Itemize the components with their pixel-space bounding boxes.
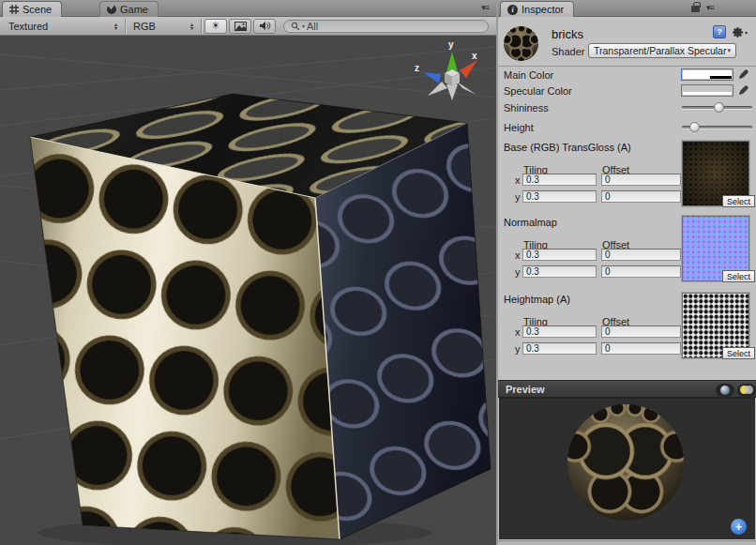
chevron-down-icon: ▾ [727, 47, 731, 54]
gizmo-x-cone[interactable] [460, 60, 477, 78]
shader-value: Transparent/Parallax Specular [594, 45, 726, 56]
specular-color-label: Specular Color [504, 85, 572, 97]
inspector-panel: i Inspector ▾≡ bricks Shader Transparent… [498, 0, 756, 545]
normal-offset-y-input[interactable] [601, 265, 681, 278]
scene-skybox-toggle[interactable] [229, 19, 251, 34]
tab-game[interactable]: Game [99, 1, 159, 17]
gizmo-y-label: y [448, 39, 454, 50]
gizmo-neg-z-cone[interactable] [428, 82, 447, 96]
eyedropper-icon[interactable] [737, 68, 749, 80]
normal-tiling-x-input[interactable] [522, 249, 597, 261]
base-tiling-x-input[interactable] [522, 174, 597, 186]
heightmap-offset-y-input[interactable] [601, 342, 681, 355]
texture-slot-base: Base (RGB) TransGloss (A) Tiling Offset … [498, 142, 756, 215]
preview-body[interactable]: + [499, 398, 755, 539]
search-filter-caret-icon[interactable]: ▾ [302, 23, 305, 29]
x-axis-label: x [515, 250, 521, 261]
tab-scene-label: Scene [23, 4, 52, 15]
light-off-icon [745, 386, 753, 394]
lock-icon[interactable] [691, 6, 700, 12]
scene-search[interactable]: ▾ [283, 20, 489, 33]
updown-arrows-icon: ▴▾ [114, 23, 117, 30]
draw-mode-dropdown[interactable]: Textured ▴▾ [4, 17, 122, 35]
gear-icon[interactable]: ▾ [732, 25, 748, 38]
help-icon[interactable]: ? [713, 25, 726, 38]
shininess-slider[interactable] [682, 101, 752, 113]
texture-slot-label: Base (RGB) TransGloss (A) [504, 142, 631, 153]
material-header: bricks Shader Transparent/Parallax Specu… [498, 17, 756, 67]
unity-editor-window: Scene Game ▾≡ Textured ▴▾ RGB ▴▾ [0, 0, 756, 545]
shininess-label: Shininess [504, 102, 549, 114]
scene-search-input[interactable] [307, 21, 481, 32]
speaker-icon [259, 21, 271, 31]
specular-color-swatch[interactable] [681, 84, 733, 97]
updown-arrows-icon: ▴▾ [190, 23, 193, 30]
inspector-menu-icon[interactable]: ▾≡ [706, 3, 714, 12]
texture-slot-normalmap: Normalmap Tiling Offset x y Select [498, 217, 756, 290]
toolbar-separator [201, 19, 202, 34]
material-preview-thumbnail[interactable] [504, 26, 538, 61]
normal-offset-x-input[interactable] [601, 249, 681, 261]
game-icon [107, 5, 116, 14]
base-offset-y-input[interactable] [601, 190, 681, 203]
x-axis-label: x [515, 326, 521, 338]
base-offset-x-input[interactable] [601, 174, 681, 186]
tab-inspector-label: Inspector [522, 4, 564, 15]
search-icon [291, 22, 300, 31]
bricks-cube[interactable] [30, 94, 491, 539]
sphere-icon [720, 386, 730, 395]
eyedropper-icon[interactable] [737, 83, 749, 96]
scene-3d-view: y x z [0, 36, 496, 545]
add-icon[interactable]: + [731, 519, 747, 535]
x-axis-label: x [515, 174, 521, 186]
tab-scene[interactable]: Scene [2, 1, 62, 17]
slider-knob[interactable] [714, 102, 724, 113]
gizmo-z-label: z [415, 63, 419, 73]
material-preview-sphere[interactable] [567, 404, 684, 521]
scene-viewport[interactable]: y x z [0, 36, 496, 545]
y-axis-label: y [515, 191, 521, 203]
scene-audio-toggle[interactable] [253, 19, 276, 34]
scene-panel: Scene Game ▾≡ Textured ▴▾ RGB ▴▾ [0, 0, 496, 545]
scene-grid-icon [9, 5, 19, 14]
gizmo-x-label: x [472, 51, 477, 61]
scene-panel-menu-icon[interactable]: ▾≡ [481, 3, 489, 12]
texture-slot-heightmap: Heightmap (A) Tiling Offset x y Select [498, 294, 756, 367]
draw-mode-value: Textured [8, 21, 48, 32]
gizmo-z-cone[interactable] [423, 72, 441, 83]
scene-lighting-toggle[interactable]: ☀ [204, 19, 227, 34]
y-axis-label: y [515, 266, 521, 278]
tab-game-label: Game [120, 4, 148, 15]
height-slider[interactable] [682, 121, 752, 132]
heightmap-offset-x-input[interactable] [601, 325, 681, 338]
slider-knob[interactable] [689, 122, 700, 132]
base-select-button[interactable]: Select [722, 195, 755, 207]
main-color-swatch[interactable] [681, 68, 733, 81]
inspector-body: bricks Shader Transparent/Parallax Specu… [498, 17, 756, 545]
inspector-tabbar: i Inspector ▾≡ [498, 0, 756, 17]
preview-header[interactable]: Preview [498, 380, 756, 398]
gizmo-neg-y-cone[interactable] [446, 84, 458, 100]
base-tiling-y-input[interactable] [522, 190, 597, 203]
heightmap-tiling-x-input[interactable] [522, 325, 597, 338]
height-label: Height [504, 122, 534, 133]
shader-dropdown[interactable]: Transparent/Parallax Specular ▾ [588, 43, 736, 58]
preview-shape-button[interactable] [716, 384, 734, 397]
texture-slot-label: Normalmap [504, 217, 557, 228]
shader-label: Shader [552, 46, 584, 57]
texture-slot-label: Heightmap (A) [504, 294, 570, 305]
preview-title: Preview [506, 384, 545, 395]
scene-tabbar: Scene Game ▾≡ [0, 0, 496, 17]
render-mode-dropdown[interactable]: RGB ▴▾ [129, 17, 198, 35]
y-axis-label: y [515, 343, 521, 355]
tab-inspector[interactable]: i Inspector [500, 1, 574, 17]
gizmo-y-cone[interactable] [446, 52, 458, 72]
gizmo-neg-x-cone[interactable] [457, 82, 476, 95]
preview-lighting-button[interactable] [737, 384, 756, 397]
sun-icon: ☀ [211, 20, 220, 32]
main-color-label: Main Color [504, 69, 553, 81]
heightmap-tiling-y-input[interactable] [522, 342, 597, 355]
heightmap-select-button[interactable]: Select [722, 347, 755, 359]
normalmap-select-button[interactable]: Select [722, 270, 755, 282]
normal-tiling-y-input[interactable] [522, 265, 597, 278]
